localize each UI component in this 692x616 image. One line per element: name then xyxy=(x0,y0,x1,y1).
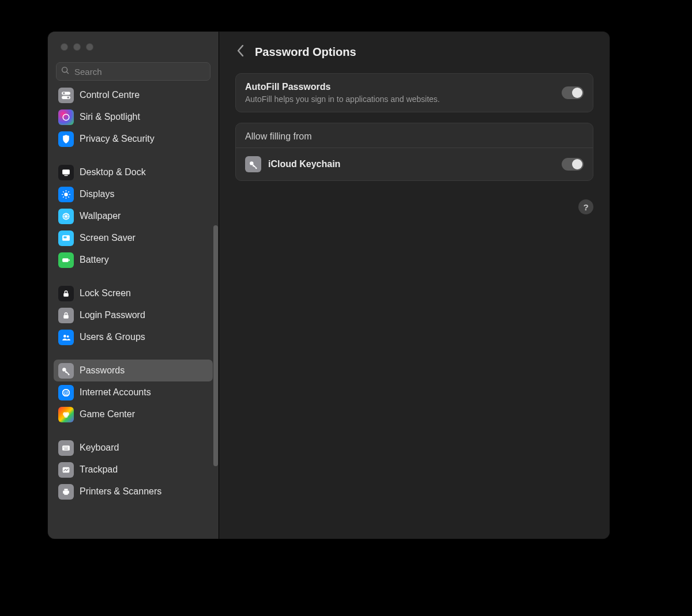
svg-rect-6 xyxy=(64,175,67,176)
svg-rect-33 xyxy=(65,447,65,447)
svg-line-15 xyxy=(68,191,69,192)
allow-filling-title: Allow filling from xyxy=(236,123,593,148)
sidebar-item-login-password[interactable]: Login Password xyxy=(54,304,213,326)
sidebar-item-label: Users & Groups xyxy=(80,332,145,342)
lock-screen-icon xyxy=(58,286,74,301)
search-input[interactable] xyxy=(73,66,205,77)
autofill-toggle[interactable] xyxy=(562,86,584,99)
svg-point-30 xyxy=(64,414,67,417)
window-close-button[interactable] xyxy=(61,43,68,51)
sidebar-item-label: Trackpad xyxy=(80,464,118,475)
svg-rect-22 xyxy=(63,315,69,318)
window-minimize-button[interactable] xyxy=(73,43,81,51)
users-groups-icon xyxy=(58,330,74,345)
trackpad-icon xyxy=(58,462,74,478)
sidebar-item-control-centre[interactable]: Control Centre xyxy=(54,86,213,106)
sidebar-scrollbar[interactable] xyxy=(213,225,218,466)
svg-rect-19 xyxy=(62,258,69,262)
sidebar-item-label: Siri & Spotlight xyxy=(80,112,140,122)
help-button[interactable]: ? xyxy=(578,199,593,214)
login-password-icon xyxy=(58,308,74,323)
svg-rect-32 xyxy=(63,447,64,447)
sidebar-item-privacy-security[interactable]: Privacy & Security xyxy=(54,128,213,150)
svg-rect-40 xyxy=(64,493,67,494)
sidebar-item-label: Battery xyxy=(80,255,109,265)
autofill-title: AutoFill Passwords xyxy=(245,82,562,92)
sidebar-item-internet-accounts[interactable]: @ Internet Accounts xyxy=(54,381,213,403)
sidebar-item-label: Internet Accounts xyxy=(80,387,151,398)
svg-point-7 xyxy=(64,192,67,196)
sidebar-item-desktop-dock[interactable]: Desktop & Dock xyxy=(54,161,213,183)
passwords-icon xyxy=(58,363,74,379)
sidebar-item-wallpaper[interactable]: Wallpaper xyxy=(54,205,213,227)
svg-line-12 xyxy=(63,191,63,192)
sidebar-item-label: Desktop & Dock xyxy=(80,167,146,177)
back-button[interactable] xyxy=(235,44,246,59)
sidebar-item-battery[interactable]: Battery xyxy=(54,249,213,271)
svg-point-24 xyxy=(67,335,69,337)
svg-rect-21 xyxy=(63,293,69,296)
autofill-row: AutoFill Passwords AutoFill helps you si… xyxy=(236,74,593,112)
privacy-security-icon xyxy=(58,131,74,147)
sidebar-item-lock-screen[interactable]: Lock Screen xyxy=(54,282,213,304)
sidebar-item-label: Control Centre xyxy=(80,90,140,100)
sidebar-item-printers-scanners[interactable]: Printers & Scanners xyxy=(54,481,213,502)
game-center-icon xyxy=(58,407,74,422)
sidebar-item-label: Screen Saver xyxy=(80,233,136,243)
svg-rect-18 xyxy=(63,236,66,238)
search-field[interactable] xyxy=(56,62,210,81)
desktop-dock-icon xyxy=(58,165,74,180)
content-pane: Password Options AutoFill Passwords Auto… xyxy=(219,32,610,539)
svg-rect-31 xyxy=(62,445,70,451)
icloud-keychain-row: iCloud Keychain xyxy=(236,148,593,180)
search-icon xyxy=(61,66,70,77)
svg-rect-20 xyxy=(69,259,70,260)
window-controls xyxy=(48,32,219,51)
icloud-keychain-label: iCloud Keychain xyxy=(268,159,562,169)
autofill-subtitle: AutoFill helps you sign in to applicatio… xyxy=(245,95,562,104)
window-zoom-button[interactable] xyxy=(86,43,93,51)
page-title: Password Options xyxy=(255,46,356,59)
svg-rect-36 xyxy=(64,448,67,449)
displays-icon xyxy=(58,187,74,202)
sidebar-scroll[interactable]: Control Centre Siri & Spotlight Privacy … xyxy=(48,86,219,539)
svg-point-2 xyxy=(63,92,65,94)
sidebar-item-label: Displays xyxy=(80,189,114,199)
sidebar: Control Centre Siri & Spotlight Privacy … xyxy=(48,32,219,539)
sidebar-item-label: Printers & Scanners xyxy=(80,486,161,497)
siri-icon xyxy=(58,109,74,125)
svg-point-4 xyxy=(63,114,69,120)
battery-icon xyxy=(58,252,74,268)
svg-point-23 xyxy=(63,335,66,338)
content-header: Password Options xyxy=(235,44,593,59)
sidebar-item-displays[interactable]: Displays xyxy=(54,183,213,205)
svg-rect-5 xyxy=(62,169,70,175)
svg-point-3 xyxy=(67,96,69,98)
svg-rect-34 xyxy=(66,447,67,447)
sidebar-item-users-groups[interactable]: Users & Groups xyxy=(54,326,213,348)
svg-text:@: @ xyxy=(63,390,69,395)
key-icon xyxy=(245,156,261,172)
svg-rect-35 xyxy=(67,447,68,447)
sidebar-item-label: Wallpaper xyxy=(80,211,121,221)
autofill-card: AutoFill Passwords AutoFill helps you si… xyxy=(235,73,593,112)
printers-scanners-icon xyxy=(58,484,74,500)
screen-saver-icon xyxy=(58,230,74,246)
sidebar-item-passwords[interactable]: Passwords xyxy=(54,360,213,381)
sidebar-item-label: Game Center xyxy=(80,409,135,420)
keyboard-icon xyxy=(58,440,74,456)
sidebar-item-game-center[interactable]: Game Center xyxy=(54,403,213,425)
sidebar-item-label: Login Password xyxy=(80,310,145,320)
sidebar-item-screen-saver[interactable]: Screen Saver xyxy=(54,227,213,249)
svg-rect-39 xyxy=(64,489,67,490)
sidebar-item-label: Lock Screen xyxy=(80,288,131,298)
allow-filling-card: Allow filling from iCloud Keychain xyxy=(235,123,593,181)
sidebar-item-label: Passwords xyxy=(80,365,125,376)
icloud-keychain-toggle[interactable] xyxy=(562,158,584,171)
control-centre-icon xyxy=(58,88,74,103)
settings-window: Control Centre Siri & Spotlight Privacy … xyxy=(48,32,610,539)
svg-line-14 xyxy=(63,196,63,197)
sidebar-item-siri-spotlight[interactable]: Siri & Spotlight xyxy=(54,106,213,128)
sidebar-item-trackpad[interactable]: Trackpad xyxy=(54,459,213,481)
sidebar-item-keyboard[interactable]: Keyboard xyxy=(54,437,213,459)
